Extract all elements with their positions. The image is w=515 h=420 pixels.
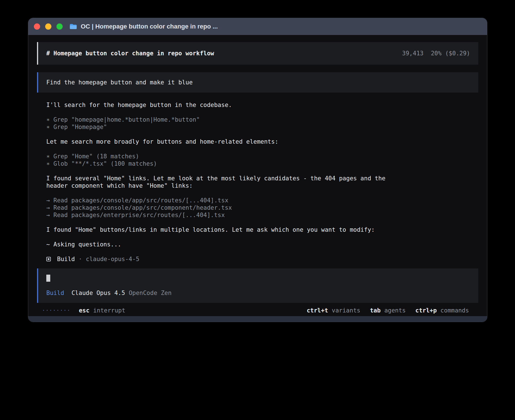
model-name: Claude Opus 4.5 xyxy=(71,289,125,297)
provider-name: OpenCode Zen xyxy=(129,289,172,297)
tool-call-grep: ∗ Grep "Homepage" xyxy=(46,123,403,131)
window-controls xyxy=(34,23,63,30)
tool-call-read: → Read packages/console/app/src/componen… xyxy=(46,204,403,211)
prompt-input[interactable]: Build Claude Opus 4.5 OpenCode Zen xyxy=(37,268,478,303)
commands-hint: ctrl+p commands xyxy=(415,307,469,314)
tool-call-group: → Read packages/console/app/src/routes/[… xyxy=(46,197,403,219)
user-message: Find the homepage button and make it blu… xyxy=(37,72,478,93)
agent-name: Build xyxy=(57,255,75,263)
tool-call-grep: ∗ Grep "homepage|home.*button|Home.*butt… xyxy=(46,116,403,123)
window-titlebar[interactable]: OC | Homepage button color change in rep… xyxy=(28,18,487,35)
text-cursor xyxy=(46,275,50,282)
commands-label: commands xyxy=(440,307,469,314)
spinner-dots: ········ xyxy=(42,307,70,314)
terminal-content: # Homepage button color change in repo w… xyxy=(28,35,487,316)
session-stats: 39,413 20% ($0.29) xyxy=(402,50,470,57)
minimize-window-button[interactable] xyxy=(45,23,51,30)
tool-call-grep: ∗ Grep "Home" (18 matches) xyxy=(46,153,403,160)
zoom-window-button[interactable] xyxy=(56,23,63,30)
assistant-text: Let me search more broadly for buttons a… xyxy=(46,138,403,145)
agents-hint: tab agents xyxy=(370,307,406,314)
window-title: OC | Homepage button color change in rep… xyxy=(81,23,218,30)
tool-call-glob: ∗ Glob "**/*.tsx" (100 matches) xyxy=(46,160,403,167)
tool-call-group: ∗ Grep "homepage|home.*button|Home.*butt… xyxy=(46,116,403,131)
assistant-status-text: ~ Asking questions... xyxy=(46,241,403,248)
assistant-text: I'll search for the homepage button in t… xyxy=(46,101,403,109)
token-count: 39,413 xyxy=(402,50,424,57)
tool-call-read: → Read packages/enterprise/src/routes/[.… xyxy=(46,211,403,219)
tool-call-group: ∗ Grep "Home" (18 matches) ∗ Glob "**/*.… xyxy=(46,153,403,167)
tool-call-read: → Read packages/console/app/src/routes/[… xyxy=(46,197,403,204)
assistant-text: I found "Home" buttons/links in multiple… xyxy=(46,226,403,233)
prompt-input-line[interactable] xyxy=(46,275,470,282)
esc-key: esc xyxy=(79,307,90,314)
agent-build-icon xyxy=(46,257,51,261)
session-title: # Homepage button color change in repo w… xyxy=(46,50,214,57)
window-bottom-edge xyxy=(28,316,487,322)
agent-model: claude-opus-4-5 xyxy=(86,255,139,263)
esc-hint: esc interrupt xyxy=(79,307,125,314)
agent-status-row: Build · claude-opus-4-5 xyxy=(46,255,403,263)
tab-key: tab xyxy=(370,307,381,314)
terminal-window: OC | Homepage button color change in rep… xyxy=(28,18,487,322)
agent-mode-label: Build xyxy=(46,289,64,297)
assistant-text: I found several "Home" links. Let me loo… xyxy=(46,175,403,189)
status-bar: ········ esc interrupt ctrl+t variants t… xyxy=(37,307,478,314)
context-cost: 20% ($0.29) xyxy=(431,50,470,57)
ctrl-t-key: ctrl+t xyxy=(307,307,328,314)
variants-hint: ctrl+t variants xyxy=(307,307,360,314)
esc-label: interrupt xyxy=(93,307,125,314)
variants-label: variants xyxy=(332,307,360,314)
agent-separator: · xyxy=(78,255,82,263)
session-header: # Homepage button color change in repo w… xyxy=(37,42,478,65)
close-window-button[interactable] xyxy=(34,23,40,30)
ctrl-p-key: ctrl+p xyxy=(415,307,437,314)
assistant-transcript: I'll search for the homepage button in t… xyxy=(37,101,413,263)
folder-icon xyxy=(69,23,77,30)
agents-label: agents xyxy=(384,307,406,314)
model-status-line: Build Claude Opus 4.5 OpenCode Zen xyxy=(46,289,470,297)
user-message-text: Find the homepage button and make it blu… xyxy=(46,79,193,86)
